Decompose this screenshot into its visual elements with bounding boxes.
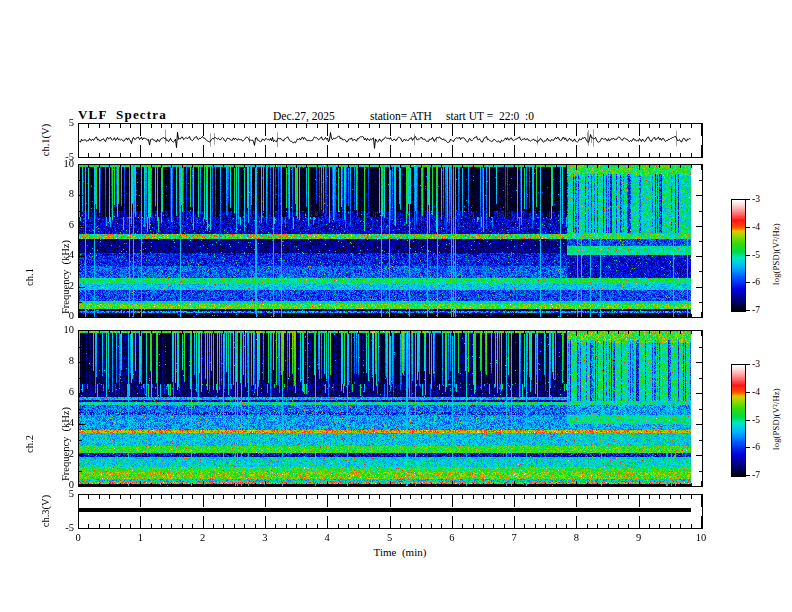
- x-tick-mark: [192, 165, 193, 168]
- x-tick-mark: [556, 331, 557, 334]
- x-tick-mark: [659, 314, 660, 317]
- x-tick-mark: [244, 331, 245, 334]
- x-tick-mark: [566, 483, 567, 486]
- x-tick-mark: [493, 483, 494, 486]
- x-tick-mark: [275, 524, 276, 528]
- x-tick-mark: [587, 314, 588, 317]
- x-tick-mark: [504, 495, 505, 499]
- x-tick-mark: [680, 165, 681, 168]
- x-tick-mark: [369, 314, 370, 317]
- x-tick-mark: [597, 483, 598, 486]
- x-tick-mark: [431, 483, 432, 486]
- colorbar-ch2-gradient: [732, 365, 745, 476]
- volt-tick-label: -5: [48, 522, 74, 534]
- x-tick-mark: [265, 145, 266, 157]
- x-tick-mark: [659, 165, 660, 168]
- x-tick-mark: [151, 314, 152, 317]
- colorbar-tick-label: -3: [752, 358, 770, 370]
- x-tick-mark: [369, 124, 370, 128]
- x-tick-mark: [628, 153, 629, 157]
- x-tick-mark: [358, 153, 359, 157]
- freq-tick-label: 4: [48, 249, 74, 261]
- x-tick-mark: [587, 483, 588, 486]
- x-tick-mark: [556, 314, 557, 317]
- freq-tick-mark: [696, 256, 702, 257]
- x-tick-label: 9: [629, 532, 649, 544]
- freq-tick-mark: [699, 180, 702, 181]
- x-tick-mark: [286, 524, 287, 528]
- x-tick-mark: [327, 481, 328, 486]
- x-tick-mark: [88, 153, 89, 157]
- x-tick-mark: [203, 495, 204, 507]
- x-tick-mark: [597, 314, 598, 317]
- x-tick-mark: [576, 331, 577, 336]
- x-tick-mark: [597, 495, 598, 499]
- x-tick-mark: [628, 165, 629, 168]
- x-tick-mark: [88, 483, 89, 486]
- freq-tick-mark: [79, 440, 82, 441]
- x-tick-mark: [327, 331, 328, 336]
- colorbar-tick-mark: [746, 420, 750, 421]
- colorbar-ch2: [731, 364, 746, 477]
- x-tick-mark: [452, 124, 453, 136]
- x-tick-mark: [244, 314, 245, 317]
- ch1-axis-line1: ch.1: [24, 217, 36, 337]
- x-tick-mark: [140, 165, 141, 170]
- freq-tick-mark: [699, 347, 702, 348]
- x-tick-mark: [161, 331, 162, 334]
- x-tick-mark: [462, 314, 463, 317]
- ch2-axis-line1: ch.2: [24, 384, 36, 504]
- x-tick-mark: [628, 331, 629, 334]
- x-tick-mark: [483, 165, 484, 168]
- x-tick-mark: [649, 153, 650, 157]
- x-tick-mark: [130, 495, 131, 499]
- x-tick-mark: [151, 165, 152, 168]
- x-tick-mark: [390, 165, 391, 170]
- x-tick-mark: [421, 165, 422, 168]
- x-tick-mark: [109, 153, 110, 157]
- x-tick-mark: [431, 153, 432, 157]
- x-tick-mark: [701, 495, 702, 507]
- x-tick-mark: [441, 153, 442, 157]
- colorbar-tick-label: -4: [752, 221, 770, 233]
- colorbar-ch1: [731, 199, 746, 312]
- x-tick-mark: [701, 165, 702, 170]
- x-tick-mark: [255, 524, 256, 528]
- x-tick-mark: [680, 495, 681, 499]
- colorbar-tick-mark: [746, 475, 750, 476]
- x-tick-mark: [649, 124, 650, 128]
- x-tick-mark: [327, 516, 328, 528]
- x-tick-mark: [576, 145, 577, 157]
- x-tick-mark: [493, 165, 494, 168]
- x-tick-mark: [431, 314, 432, 317]
- x-tick-mark: [410, 483, 411, 486]
- x-tick-mark: [545, 483, 546, 486]
- x-tick-mark: [639, 495, 640, 507]
- x-tick-label: 3: [255, 532, 275, 544]
- x-tick-mark: [524, 124, 525, 128]
- x-tick-mark: [99, 331, 100, 334]
- x-tick-mark: [504, 524, 505, 528]
- colorbar-tick-mark: [746, 227, 750, 228]
- x-tick-mark: [670, 495, 671, 499]
- x-tick-mark: [203, 312, 204, 317]
- x-tick-mark: [223, 153, 224, 157]
- x-tick-mark: [203, 145, 204, 157]
- x-tick-mark: [576, 495, 577, 507]
- colorbar-tick-mark: [746, 392, 750, 393]
- x-tick-mark: [535, 495, 536, 499]
- volt-tick-label: -5: [48, 151, 74, 163]
- x-tick-mark: [327, 165, 328, 170]
- freq-tick-mark: [79, 378, 82, 379]
- freq-tick-label: 0: [48, 310, 74, 322]
- x-tick-mark: [659, 331, 660, 334]
- time-axis-label: Time (min): [340, 546, 460, 558]
- x-tick-mark: [338, 165, 339, 168]
- x-tick-mark: [244, 495, 245, 499]
- x-tick-mark: [265, 481, 266, 486]
- x-tick-mark: [701, 481, 702, 486]
- x-tick-mark: [545, 495, 546, 499]
- x-tick-mark: [639, 165, 640, 170]
- x-tick-mark: [608, 314, 609, 317]
- x-tick-label: 8: [566, 532, 586, 544]
